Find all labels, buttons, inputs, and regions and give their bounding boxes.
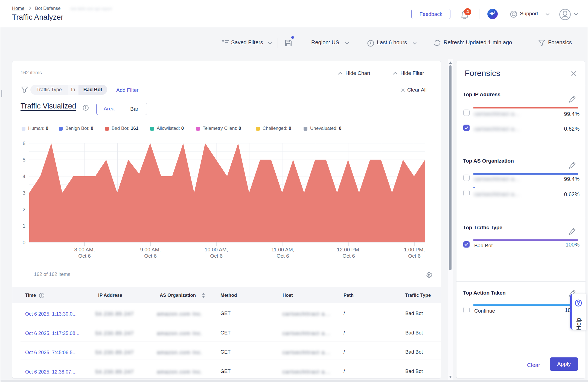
svg-text:8:00 AM,: 8:00 AM, <box>74 247 95 252</box>
svg-text:2: 2 <box>22 207 25 212</box>
svg-text:12:00 PM,: 12:00 PM, <box>337 247 361 252</box>
svg-text:4: 4 <box>22 174 25 179</box>
svg-text:5: 5 <box>22 157 25 163</box>
svg-text:6: 6 <box>22 140 25 146</box>
svg-text:Oct 6: Oct 6 <box>342 253 355 258</box>
svg-text:1:00 PM,: 1:00 PM, <box>404 247 425 252</box>
svg-text:10:00 AM,: 10:00 AM, <box>205 247 228 252</box>
svg-text:Oct 6: Oct 6 <box>144 253 156 258</box>
svg-text:3: 3 <box>22 190 25 196</box>
svg-text:Oct 6: Oct 6 <box>210 253 222 258</box>
svg-text:Oct 6: Oct 6 <box>276 253 289 258</box>
svg-text:Oct 6: Oct 6 <box>408 253 420 258</box>
svg-text:9:00 AM,: 9:00 AM, <box>140 247 161 252</box>
svg-text:0: 0 <box>22 240 25 245</box>
svg-text:Oct 6: Oct 6 <box>78 253 91 258</box>
svg-text:1: 1 <box>22 223 25 229</box>
svg-text:11:00 AM,: 11:00 AM, <box>271 247 294 252</box>
